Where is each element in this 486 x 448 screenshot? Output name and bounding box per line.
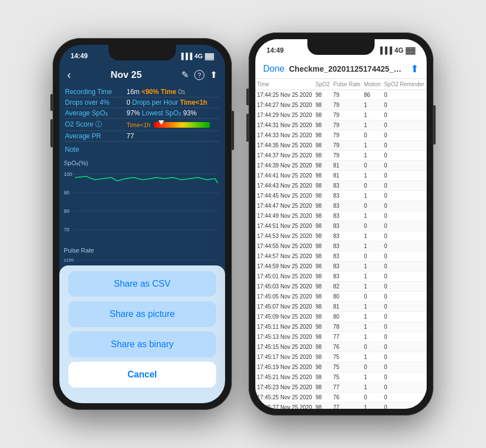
svg-text:100: 100	[64, 171, 72, 177]
o2-score-bar	[154, 122, 210, 128]
cell-3: 1	[362, 352, 382, 362]
share-csv-button[interactable]: Share as CSV	[68, 271, 216, 297]
cell-0: 17:45:25 Nov 25 2020	[255, 393, 314, 403]
right-network-type: 4G	[394, 46, 403, 54]
cell-3: 1	[362, 322, 382, 332]
col-pr-reminder: PR Reminder	[426, 79, 427, 90]
table-row: 17:45:23 Nov 25 20209877100	[255, 382, 427, 393]
notch	[109, 45, 176, 60]
table-row: 17:44:55 Nov 25 20209883100	[255, 241, 427, 251]
cell-3: 1	[362, 302, 382, 312]
left-phone: 14:49 ▐▐▐ 4G ▓▓ ‹ Nov 25 ✎ ? ⬆	[53, 38, 232, 410]
cell-3: 1	[362, 382, 382, 393]
cell-3: 1	[362, 100, 382, 110]
cell-3: 1	[362, 151, 382, 161]
stat-value-spo2: 97% Lowest SpO₂ 93%	[127, 109, 219, 117]
cell-1: 98	[314, 372, 331, 382]
cell-0: 17:44:37 Nov 25 2020	[255, 151, 314, 161]
cell-3: 1	[362, 272, 382, 282]
cell-0: 17:44:49 Nov 25 2020	[255, 211, 314, 221]
back-button[interactable]: ‹	[67, 68, 71, 81]
cell-1: 98	[314, 141, 331, 151]
right-power-button[interactable]	[433, 105, 436, 144]
share-icon[interactable]: ⬆	[210, 69, 217, 80]
nav-header: ‹ Nov 25 ✎ ? ⬆	[59, 65, 225, 85]
cell-3: 0	[362, 130, 382, 141]
cell-5: 0	[426, 342, 427, 352]
phones-container: 14:49 ▐▐▐ 4G ▓▓ ‹ Nov 25 ✎ ? ⬆	[0, 21, 486, 427]
table-row: 17:45:05 Nov 25 20209880000	[255, 292, 427, 302]
left-screen-content: 14:49 ▐▐▐ 4G ▓▓ ‹ Nov 25 ✎ ? ⬆	[59, 45, 225, 403]
power-button[interactable]	[232, 111, 234, 150]
cell-4: 0	[382, 312, 426, 322]
cell-4: 0	[382, 191, 426, 201]
cell-2: 75	[331, 372, 362, 382]
right-volume-down-button[interactable]	[246, 114, 249, 142]
help-icon[interactable]: ?	[194, 70, 204, 80]
cell-3: 0	[362, 393, 382, 403]
cell-5: 0	[426, 130, 427, 141]
note-label: Note	[65, 146, 79, 153]
cell-5: 0	[426, 302, 427, 312]
table-row: 17:44:59 Nov 25 20209883100	[255, 262, 427, 272]
cell-4: 0	[382, 272, 426, 282]
spo2-chart-label: SpO₂(%)	[64, 160, 88, 166]
share-binary-button[interactable]: Share as binary	[68, 332, 216, 357]
o2-bar-marker	[158, 120, 164, 125]
cell-3: 0	[362, 251, 382, 262]
stat-row-o2: O2 Score ⓘ Time<1h	[65, 119, 219, 131]
cell-3: 1	[362, 120, 382, 130]
cell-5: 0	[426, 100, 427, 110]
cell-3: 1	[362, 231, 382, 241]
stat-row-spo2: Average SpO₂ 97% Lowest SpO₂ 93%	[65, 108, 219, 119]
table-row: 17:44:25 Nov 25 202098798600	[255, 90, 427, 100]
cell-0: 17:45:23 Nov 25 2020	[255, 382, 314, 393]
cell-2: 77	[331, 332, 362, 342]
data-table-container[interactable]: Time SpO2 Pulse Rate Motion SpO2 Reminde…	[255, 79, 427, 409]
cell-4: 0	[382, 352, 426, 362]
volume-up-button[interactable]	[50, 94, 53, 111]
cell-4: 0	[382, 262, 426, 272]
cell-3: 1	[362, 110, 382, 120]
cell-2: 77	[331, 403, 362, 409]
table-row: 17:44:53 Nov 25 20209883100	[255, 231, 427, 241]
note-row: Note	[59, 144, 225, 155]
cell-5: 0	[426, 272, 427, 282]
cell-4: 0	[382, 120, 426, 130]
cell-4: 0	[382, 282, 426, 292]
stat-value-drops: 0 Drops per Hour Time<1h	[127, 99, 219, 106]
cell-3: 1	[362, 282, 382, 292]
cell-1: 98	[314, 201, 331, 211]
edit-icon[interactable]: ✎	[181, 69, 189, 80]
data-table: Time SpO2 Pulse Rate Motion SpO2 Reminde…	[255, 79, 427, 409]
cell-3: 1	[362, 211, 382, 221]
cell-4: 0	[382, 181, 426, 191]
cell-4: 0	[382, 342, 426, 352]
cell-0: 17:44:47 Nov 25 2020	[255, 201, 314, 211]
table-row: 17:44:47 Nov 25 20209883000	[255, 201, 427, 211]
cell-2: 83	[331, 251, 362, 262]
share-picture-button[interactable]: Share as picture	[68, 301, 216, 327]
cell-0: 17:45:01 Nov 25 2020	[255, 272, 314, 282]
right-share-button[interactable]: ⬆	[410, 63, 419, 75]
header-row: Time SpO2 Pulse Rate Motion SpO2 Reminde…	[255, 79, 427, 90]
right-battery-icon: ▓▓	[406, 46, 416, 54]
volume-down-button[interactable]	[50, 119, 53, 147]
right-phone: 14:49 ▐▐▐ 4G ▓▓ Done Checkme_20201125174…	[249, 32, 433, 416]
stat-label-recording: Recording Time	[65, 88, 127, 96]
cell-4: 0	[382, 241, 426, 251]
cancel-button[interactable]: Cancel	[68, 362, 216, 388]
right-volume-up-button[interactable]	[246, 88, 249, 105]
cell-0: 17:45:03 Nov 25 2020	[255, 282, 314, 292]
cell-2: 81	[331, 161, 362, 171]
table-row: 17:45:11 Nov 25 20209878100	[255, 322, 427, 332]
done-button[interactable]: Done	[263, 64, 284, 74]
cell-4: 0	[382, 141, 426, 151]
table-row: 17:44:45 Nov 25 20209883100	[255, 191, 427, 201]
cell-1: 98	[314, 211, 331, 221]
table-header: Time SpO2 Pulse Rate Motion SpO2 Reminde…	[255, 79, 427, 90]
status-time: 14:49	[71, 52, 88, 60]
cell-2: 79	[331, 120, 362, 130]
cell-5: 0	[426, 120, 427, 130]
cell-4: 0	[382, 90, 426, 100]
